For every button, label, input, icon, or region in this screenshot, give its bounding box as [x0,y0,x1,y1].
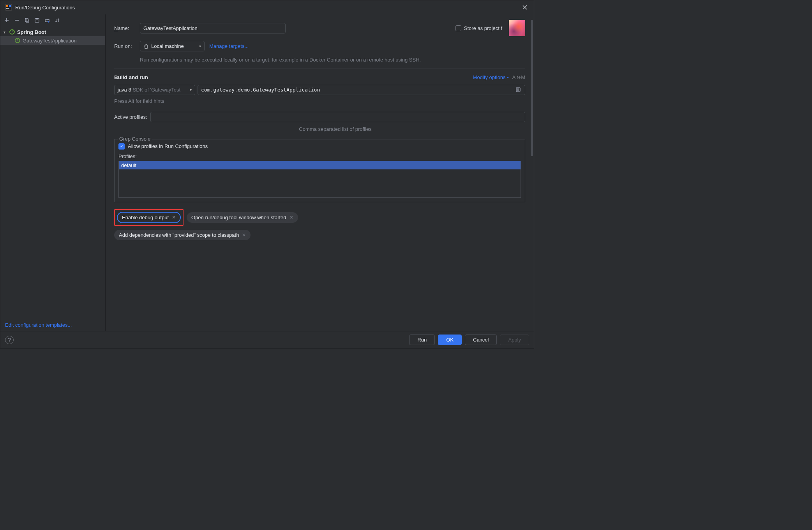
sidebar: ▾ Spring Boot GatewayTestApplication Edi… [0,14,106,331]
chips-row-1: Enable debug output ✕ Open run/debug too… [114,209,525,226]
build-run-title: Build and run [114,74,148,80]
store-as-project-label: Store as project f [464,25,502,31]
save-config-icon[interactable] [32,16,42,25]
build-run-row: java 8 SDK of 'GatewayTest ▾ com.gateway… [114,85,525,95]
avatar-icon [509,20,525,36]
tree-group-spring-boot[interactable]: ▾ Spring Boot [0,28,105,36]
add-config-icon[interactable] [2,16,11,25]
grep-console-fieldset: Grep Console ✓ Allow profiles in Run Con… [114,139,525,202]
section-divider [114,69,525,69]
run-on-row: Run on: Local machine ▾ Manage targets..… [114,41,525,51]
build-run-header: Build and run Modify options ▾ Alt+M [114,74,525,80]
sidebar-toolbar [0,14,105,26]
remove-config-icon[interactable] [12,16,21,25]
grep-console-legend: Grep Console [118,136,152,142]
svg-rect-3 [36,18,38,19]
chevron-down-icon[interactable]: ▾ [4,30,9,34]
modify-options-link[interactable]: Modify options ▾ [473,74,509,80]
highlight-box: Enable debug output ✕ [114,209,184,226]
field-hint-text: Press Alt for field hints [114,98,525,104]
edit-templates-link[interactable]: Edit configuration templates... [5,318,77,332]
chip-tool-window-label: Open run/debug tool window when started [191,215,286,220]
list-icon[interactable] [515,87,522,93]
tree-item-gateway[interactable]: GatewayTestApplication [0,36,105,45]
active-profiles-label: Active profiles: [114,114,147,120]
apply-button[interactable]: Apply [500,335,529,345]
profiles-list-item-default[interactable]: default [119,161,521,169]
close-icon[interactable] [521,3,529,12]
chip-enable-debug[interactable]: Enable debug output ✕ [117,212,181,223]
ok-button[interactable]: OK [438,335,462,345]
dialog-window: Run/Debug Configurations ▾ Spring Boot [0,0,534,349]
store-as-project-checkbox[interactable] [455,25,461,31]
allow-profiles-label: Allow profiles in Run Configurations [128,143,208,149]
jdk-value: java 8 [118,87,131,93]
run-on-help-text: Run configurations may be executed local… [140,56,525,64]
active-profiles-row: Active profiles: [114,112,525,122]
modify-shortcut: Alt+M [512,74,525,80]
spring-boot-icon [14,37,21,44]
dialog-title: Run/Debug Configurations [15,5,521,11]
jdk-select[interactable]: java 8 SDK of 'GatewayTest ▾ [114,85,195,95]
chip-close-icon[interactable]: ✕ [242,232,246,238]
config-tree[interactable]: ▾ Spring Boot GatewayTestApplication [0,26,105,319]
app-logo-icon [5,4,12,11]
chevron-down-icon: ▾ [190,88,192,92]
chips-row-2: Add dependencies with "provided" scope t… [114,230,525,240]
chip-provided-deps[interactable]: Add dependencies with "provided" scope t… [114,230,251,240]
allow-profiles-checkbox[interactable]: ✓ [118,143,125,150]
footer: ? Run OK Cancel Apply [0,331,534,348]
chip-close-icon[interactable]: ✕ [289,215,293,220]
spring-boot-icon [9,29,15,35]
run-on-select[interactable]: Local machine ▾ [140,41,205,51]
cancel-button[interactable]: Cancel [465,335,497,345]
copy-config-icon[interactable] [22,16,32,25]
home-icon [143,44,149,49]
sort-config-icon[interactable] [53,16,62,25]
footer-buttons: Run OK Cancel Apply [409,335,529,345]
help-icon[interactable]: ? [5,336,14,344]
folder-config-icon[interactable] [42,16,52,25]
scrollbar-thumb[interactable] [531,20,533,156]
run-on-label: Run on: [114,43,140,49]
jdk-subtext: SDK of 'GatewayTest [133,87,187,93]
name-label: Name: [114,25,140,31]
tree-item-label: GatewayTestApplication [23,38,77,44]
chevron-down-icon: ▾ [199,44,201,48]
run-button[interactable]: Run [409,335,435,345]
chip-close-icon[interactable]: ✕ [172,215,176,220]
main-class-input[interactable]: com.gateway.demo.GatewayTestApplication [198,85,525,95]
name-input[interactable] [140,23,286,33]
profiles-list[interactable]: default [118,161,521,198]
chip-provided-deps-label: Add dependencies with "provided" scope t… [119,232,239,238]
name-row: Name: Store as project f [114,20,525,36]
store-wrap: Store as project f [455,20,525,36]
chip-enable-debug-label: Enable debug output [122,215,169,220]
allow-profiles-row: ✓ Allow profiles in Run Configurations [118,143,521,150]
sidebar-bottom: Edit configuration templates... [0,319,105,331]
content-panel: Name: Store as project f Run on: Local m… [106,14,534,331]
form-scroll[interactable]: Name: Store as project f Run on: Local m… [106,14,534,331]
tree-group-label: Spring Boot [17,29,46,35]
active-profiles-input[interactable] [150,112,525,122]
svg-rect-1 [25,18,28,22]
main-class-value: com.gateway.demo.GatewayTestApplication [201,87,512,93]
profiles-list-label: Profiles: [118,153,521,159]
titlebar: Run/Debug Configurations [0,0,534,14]
main-area: ▾ Spring Boot GatewayTestApplication Edi… [0,14,534,331]
run-on-value: Local machine [151,43,184,49]
profiles-hint-text: Comma separated list of profiles [145,126,525,132]
chip-tool-window[interactable]: Open run/debug tool window when started … [187,212,298,223]
manage-targets-link[interactable]: Manage targets... [209,43,249,49]
scrollbar[interactable] [531,20,533,176]
